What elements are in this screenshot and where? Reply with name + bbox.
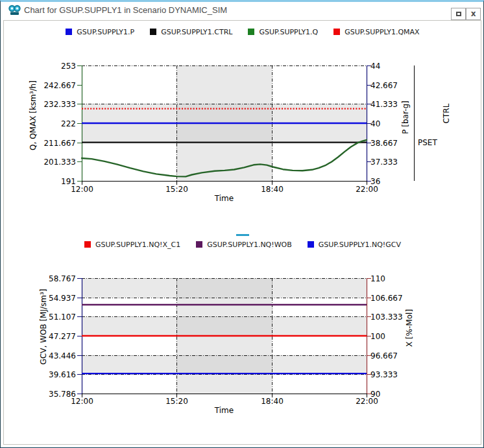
legend-label: GSUP.SUPPLY1.Q	[259, 28, 318, 36]
legend-item: GSUP.SUPPLY1.CTRL	[150, 28, 232, 36]
x-tick-label: 12:00	[71, 185, 93, 194]
legend-item: GSUP.SUPPLY1.P	[66, 28, 134, 36]
legend-swatch	[84, 241, 91, 248]
left-tick-label: 43.446	[49, 351, 76, 360]
chart2-legend: GSUP.SUPPLY1.NQ!X_C1GSUP.SUPPLY1.NQ!WOBG…	[4, 239, 481, 250]
left-tick-label: 253	[61, 62, 76, 71]
legend-swatch	[248, 29, 254, 35]
right-tick-label: 106.667	[370, 294, 403, 303]
right-axis-title: X [%-Mol]	[405, 309, 414, 347]
legend-label: GSUP.SUPPLY1.P	[77, 28, 134, 36]
legend-swatch	[308, 241, 314, 248]
left-tick-label: 201.333	[43, 158, 76, 167]
band-overlap	[176, 278, 271, 298]
right-tick-label: 96.667	[370, 351, 398, 360]
left-tick-label: 58.767	[49, 274, 76, 283]
right-axis-title: P [bar-g]	[401, 100, 410, 134]
legend-swatch	[150, 29, 156, 35]
left-tick-label: 242.667	[43, 81, 76, 90]
legend-swatch	[66, 29, 72, 35]
band-overlap	[176, 355, 271, 375]
x-tick-label: 22:00	[356, 185, 378, 194]
x-tick-label: 18:40	[261, 397, 284, 406]
left-tick-label: 222	[61, 119, 76, 128]
right-tick-label: 42.667	[370, 81, 398, 90]
legend-item: GSUP.SUPPLY1.QMAX	[333, 28, 419, 36]
window: Chart for GSUP.SUPPLY1 in Scenario DYNAM…	[0, 0, 484, 448]
legend-item: GSUP.SUPPLY1.NQ!X_C1	[84, 241, 180, 249]
legend-swatch	[196, 241, 202, 248]
right-tick-label: 93.333	[370, 370, 398, 379]
legend-label: GSUP.SUPPLY1.QMAX	[345, 28, 419, 36]
left-tick-label: 54.937	[49, 294, 76, 303]
aux-axis-title: CTRL	[442, 103, 451, 123]
legend-label: GSUP.SUPPLY1.NQ!GCV	[319, 241, 401, 249]
left-tick-label: 47.277	[49, 332, 76, 341]
legend-item: GSUP.SUPPLY1.NQ!WOB	[196, 241, 292, 249]
right-tick-label: 100	[370, 332, 385, 341]
right-tick-label: 110	[370, 274, 385, 283]
x-axis-title: Time	[214, 194, 234, 203]
legend-swatch	[333, 29, 340, 35]
x-tick-label: 22:00	[356, 397, 378, 406]
x-tick-label: 15:20	[165, 185, 188, 194]
left-axis-title: Q, QMAX [ksm³/h]	[29, 80, 38, 150]
band-overlap	[176, 316, 271, 336]
legend-label: GSUP.SUPPLY1.NQ!WOB	[207, 241, 292, 249]
legend-item: GSUP.SUPPLY1.NQ!GCV	[308, 241, 401, 249]
left-tick-label: 232.333	[43, 100, 76, 109]
x-tick-label: 15:20	[165, 397, 188, 406]
right-tick-label: 103.333	[370, 312, 403, 322]
left-tick-label: 211.667	[43, 139, 76, 148]
legend-item: GSUP.SUPPLY1.Q	[248, 28, 318, 36]
left-axis-title: GCV, WOB [MJ/sm³]	[39, 289, 48, 365]
left-tick-label: 51.107	[49, 312, 76, 322]
left-tick-label: 39.616	[49, 370, 76, 379]
right-tick-label: 44	[370, 62, 380, 71]
x-axis-title: Time	[214, 406, 234, 415]
x-tick-label: 12:00	[71, 397, 93, 406]
splitter-handle[interactable]	[236, 234, 249, 236]
right-tick-label: 41.333	[370, 100, 398, 109]
legend-label: GSUP.SUPPLY1.NQ!X_C1	[95, 241, 180, 249]
right-tick-label: 37.333	[370, 158, 398, 167]
x-tick-label: 18:40	[261, 185, 284, 194]
right-tick-label: 40	[370, 119, 380, 128]
chart1-legend: GSUP.SUPPLY1.PGSUP.SUPPLY1.CTRLGSUP.SUPP…	[4, 27, 481, 37]
charts-canvas: 191201.333211.667222232.333242.667253363…	[1, 2, 484, 448]
legend-label: GSUP.SUPPLY1.CTRL	[161, 28, 232, 36]
right-tick-label: 38.667	[370, 139, 398, 148]
aux-marker-label: PSET	[418, 138, 437, 147]
